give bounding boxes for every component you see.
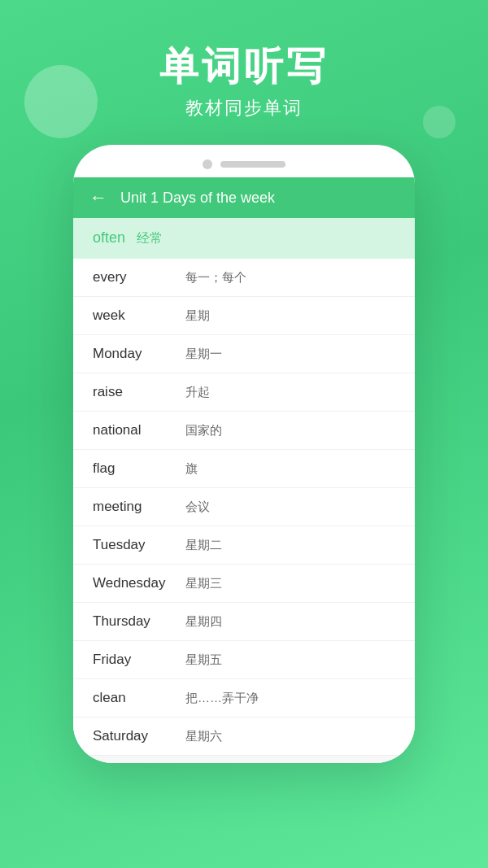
- word-item[interactable]: Wednesday 星期三: [73, 565, 415, 603]
- word-list[interactable]: often 经常 every 每一；每个 week 星期 Monday 星期一 …: [73, 218, 415, 763]
- word-en: Saturday: [93, 728, 174, 744]
- nav-bar: ← Unit 1 Days of the week: [73, 177, 415, 218]
- word-en: Thursday: [93, 613, 174, 630]
- word-en: meeting: [93, 499, 174, 515]
- word-cn: 星期四: [185, 614, 222, 630]
- word-en: national: [93, 422, 174, 438]
- word-cn: 星期三: [185, 576, 222, 591]
- word-cn: 旗: [185, 461, 198, 477]
- word-cn: 国家的: [185, 423, 222, 438]
- word-en: Friday: [93, 652, 174, 668]
- word-item[interactable]: every 每一；每个: [73, 259, 415, 297]
- word-item[interactable]: Thursday 星期四: [73, 603, 415, 641]
- word-item[interactable]: raise 升起: [73, 373, 415, 412]
- word-cn: 每一；每个: [185, 270, 246, 286]
- word-en: Wednesday: [93, 575, 174, 591]
- word-cn: 升起: [185, 385, 210, 400]
- word-item[interactable]: meeting 会议: [73, 488, 415, 526]
- word-item[interactable]: Monday 星期一: [73, 335, 415, 373]
- camera-dot: [203, 159, 212, 169]
- phone-mockup: ← Unit 1 Days of the week often 经常 every…: [73, 145, 415, 763]
- nav-title: Unit 1 Days of the week: [120, 190, 275, 207]
- phone-top-bar: [73, 145, 415, 177]
- word-item[interactable]: flag 旗: [73, 450, 415, 488]
- phone-speaker: [220, 161, 285, 168]
- header-area: 单词听写 教材同步单词: [159, 41, 329, 120]
- word-cn: 会议: [185, 499, 210, 515]
- word-item[interactable]: national 国家的: [73, 412, 415, 450]
- word-en: week: [93, 308, 174, 324]
- word-en: every: [93, 269, 174, 286]
- word-cn: 星期六: [185, 729, 222, 744]
- word-cn: 星期: [185, 308, 210, 324]
- word-item[interactable]: Friday 星期五: [73, 641, 415, 679]
- word-cn: 把……弄干净: [185, 691, 259, 706]
- word-en: often: [93, 229, 125, 246]
- word-cn: 星期二: [185, 538, 222, 553]
- bg-circle-1: [24, 65, 98, 138]
- word-en: Monday: [93, 346, 174, 362]
- bg-circle-3: [423, 106, 455, 138]
- word-en: Tuesday: [93, 537, 174, 553]
- word-en: flag: [93, 460, 174, 477]
- sub-title: 教材同步单词: [159, 96, 329, 120]
- main-title: 单词听写: [159, 41, 329, 93]
- word-cn: 经常: [137, 230, 163, 247]
- word-item[interactable]: Saturday 星期六: [73, 718, 415, 756]
- word-cn: 星期五: [185, 652, 222, 668]
- word-item[interactable]: week 星期: [73, 297, 415, 335]
- word-item[interactable]: clean 把……弄干净: [73, 679, 415, 718]
- back-button[interactable]: ←: [89, 189, 107, 207]
- word-item-highlighted[interactable]: often 经常: [73, 218, 415, 259]
- word-en: raise: [93, 384, 174, 400]
- word-cn: 星期一: [185, 347, 222, 362]
- word-en: clean: [93, 690, 174, 706]
- word-item[interactable]: Tuesday 星期二: [73, 526, 415, 565]
